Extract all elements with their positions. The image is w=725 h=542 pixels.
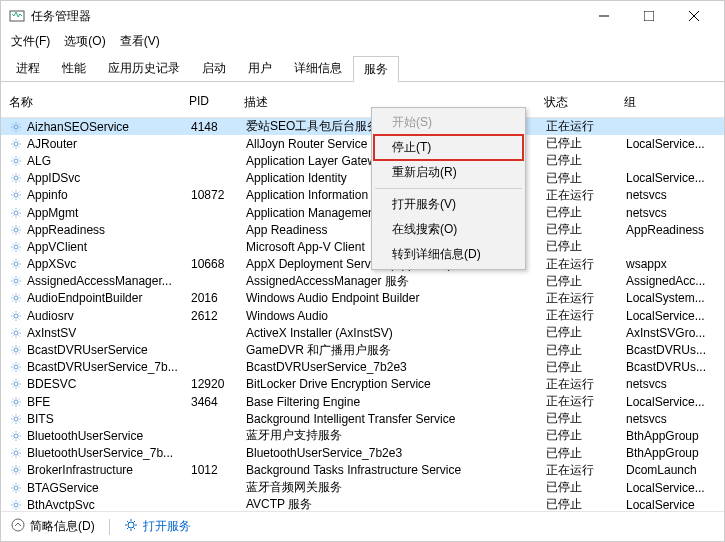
ctx-search-online[interactable]: 在线搜索(O)	[374, 217, 523, 242]
table-row[interactable]: AizhanSEOService4148爱站SEO工具包后台服务正在运行	[1, 118, 724, 135]
svc-desc: Windows Audio	[246, 309, 546, 323]
svg-point-18	[14, 348, 18, 352]
gear-icon	[9, 481, 23, 495]
svg-point-25	[14, 468, 18, 472]
tab-1[interactable]: 性能	[51, 55, 97, 81]
svg-point-29	[128, 522, 134, 528]
svg-point-14	[14, 279, 18, 283]
svg-point-17	[14, 331, 18, 335]
svc-name: BDESVC	[27, 377, 191, 391]
table-row[interactable]: BFE3464Base Filtering Engine正在运行LocalSer…	[1, 393, 724, 410]
svc-desc: 蓝牙音频网关服务	[246, 479, 546, 496]
table-row[interactable]: Appinfo10872Application Information正在运行n…	[1, 187, 724, 204]
open-services-link[interactable]: 打开服务	[124, 518, 191, 535]
fewer-details-button[interactable]: 简略信息(D)	[11, 518, 95, 535]
svc-name: ALG	[27, 154, 191, 168]
ctx-open-services[interactable]: 打开服务(V)	[374, 192, 523, 217]
col-pid[interactable]: PID	[189, 94, 244, 111]
svc-name: BcastDVRUserService_7b...	[27, 360, 191, 374]
table-row[interactable]: AppXSvc10668AppX Deployment Service (App…	[1, 256, 724, 273]
table-row[interactable]: AudioEndpointBuilder2016Windows Audio En…	[1, 290, 724, 307]
svc-name: BluetoothUserService_7b...	[27, 446, 191, 460]
statusbar: 简略信息(D) 打开服务	[1, 511, 724, 541]
svg-point-9	[14, 193, 18, 197]
gear-icon	[9, 120, 23, 134]
services-icon	[124, 518, 138, 535]
menu-file[interactable]: 文件(F)	[5, 31, 56, 52]
table-row[interactable]: AJRouterAllJoyn Router Service已停止LocalSe…	[1, 135, 724, 152]
svc-name: BTAGService	[27, 481, 191, 495]
svc-status: 已停止	[546, 445, 626, 462]
minimize-button[interactable]	[581, 2, 626, 30]
svg-point-16	[14, 314, 18, 318]
ctx-go-to-details[interactable]: 转到详细信息(D)	[374, 242, 523, 267]
svc-group: netsvcs	[626, 377, 716, 391]
svc-status: 已停止	[546, 152, 626, 169]
table-row[interactable]: AppReadinessApp Readiness已停止AppReadiness	[1, 221, 724, 238]
svg-point-19	[14, 365, 18, 369]
table-row[interactable]: BITSBackground Intelligent Transfer Serv…	[1, 410, 724, 427]
table-row[interactable]: BcastDVRUserServiceGameDVR 和广播用户服务已停止Bca…	[1, 341, 724, 358]
table-row[interactable]: BrokerInfrastructure1012Background Tasks…	[1, 462, 724, 479]
menubar: 文件(F) 选项(O) 查看(V)	[1, 31, 724, 51]
ctx-restart[interactable]: 重新启动(R)	[374, 160, 523, 185]
svc-name: AudioEndpointBuilder	[27, 291, 191, 305]
svg-point-22	[14, 417, 18, 421]
table-row[interactable]: AppIDSvcApplication Identity已停止LocalServ…	[1, 170, 724, 187]
svc-desc: 蓝牙用户支持服务	[246, 427, 546, 444]
gear-icon	[9, 360, 23, 374]
svg-point-24	[14, 451, 18, 455]
svg-point-10	[14, 211, 18, 215]
ctx-stop[interactable]: 停止(T)	[374, 135, 523, 160]
gear-icon	[9, 274, 23, 288]
context-menu: 开始(S) 停止(T) 重新启动(R) 打开服务(V) 在线搜索(O) 转到详细…	[371, 107, 526, 270]
table-row[interactable]: AxInstSVActiveX Installer (AxInstSV)已停止A…	[1, 324, 724, 341]
service-list: AizhanSEOService4148爱站SEO工具包后台服务正在运行AJRo…	[1, 118, 724, 513]
tab-0[interactable]: 进程	[5, 55, 51, 81]
svc-name: Appinfo	[27, 188, 191, 202]
col-group[interactable]: 组	[624, 94, 716, 111]
svc-name: Audiosrv	[27, 309, 191, 323]
maximize-button[interactable]	[626, 2, 671, 30]
fewer-details-label: 简略信息(D)	[30, 518, 95, 535]
table-row[interactable]: Audiosrv2612Windows Audio正在运行LocalServic…	[1, 307, 724, 324]
close-button[interactable]	[671, 2, 716, 30]
gear-icon	[9, 412, 23, 426]
svc-name: AppMgmt	[27, 206, 191, 220]
col-status[interactable]: 状态	[544, 94, 624, 111]
gear-icon	[9, 257, 23, 271]
table-row[interactable]: AssignedAccessManager...AssignedAccessMa…	[1, 273, 724, 290]
table-row[interactable]: BluetoothUserService蓝牙用户支持服务已停止BthAppGro…	[1, 427, 724, 444]
gear-icon	[9, 188, 23, 202]
tab-4[interactable]: 用户	[237, 55, 283, 81]
table-row[interactable]: ALGApplication Layer Gateway Se已停止	[1, 152, 724, 169]
tab-2[interactable]: 应用历史记录	[97, 55, 191, 81]
svc-group: wsappx	[626, 257, 716, 271]
svc-name: BITS	[27, 412, 191, 426]
table-row[interactable]: AppVClientMicrosoft App-V Client已停止	[1, 238, 724, 255]
table-row[interactable]: BcastDVRUserService_7b...BcastDVRUserSer…	[1, 359, 724, 376]
col-name[interactable]: 名称	[9, 94, 189, 111]
gear-icon	[9, 498, 23, 512]
gear-icon	[9, 377, 23, 391]
table-row[interactable]: BDESVC12920BitLocker Drive Encryption Se…	[1, 376, 724, 393]
menu-options[interactable]: 选项(O)	[58, 31, 111, 52]
svg-point-5	[14, 125, 18, 129]
table-row[interactable]: AppMgmtApplication Management已停止netsvcs	[1, 204, 724, 221]
svc-group: LocalSystem...	[626, 291, 716, 305]
svc-desc: Windows Audio Endpoint Builder	[246, 291, 546, 305]
svg-point-27	[14, 503, 18, 507]
tab-5[interactable]: 详细信息	[283, 55, 353, 81]
svg-point-7	[14, 159, 18, 163]
svc-status: 正在运行	[546, 393, 626, 410]
tab-3[interactable]: 启动	[191, 55, 237, 81]
table-row[interactable]: BTAGService蓝牙音频网关服务已停止LocalService...	[1, 479, 724, 496]
table-row[interactable]: BluetoothUserService_7b...BluetoothUserS…	[1, 445, 724, 462]
gear-icon	[9, 429, 23, 443]
svc-name: BthAvctpSvc	[27, 498, 191, 512]
tab-6[interactable]: 服务	[353, 56, 399, 82]
menu-view[interactable]: 查看(V)	[114, 31, 166, 52]
gear-icon	[9, 171, 23, 185]
svc-name: AppReadiness	[27, 223, 191, 237]
svc-desc: Background Intelligent Transfer Service	[246, 412, 546, 426]
